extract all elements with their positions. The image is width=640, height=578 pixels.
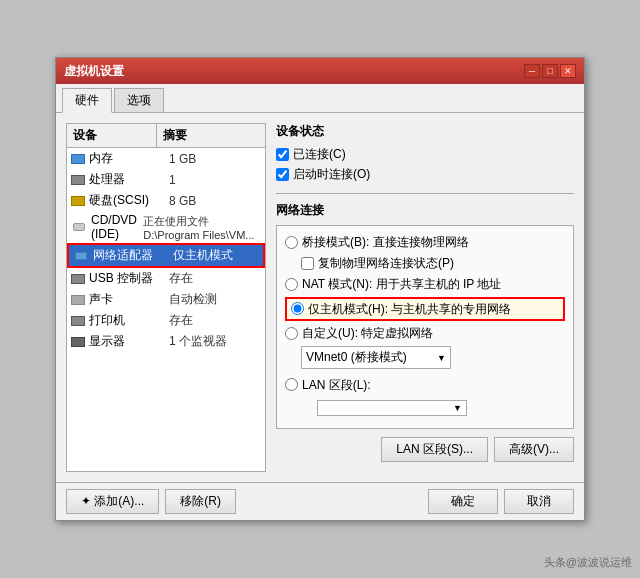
add-icon: ✦ [81, 494, 94, 508]
device-item-sound[interactable]: 声卡 自动检测 [67, 289, 265, 310]
usb-name: USB 控制器 [89, 270, 169, 287]
vmnet-dropdown[interactable]: VMnet0 (桥接模式) ▼ [301, 346, 451, 369]
tab-hardware[interactable]: 硬件 [62, 88, 112, 113]
device-list: 内存 1 GB 处理器 1 硬盘(SCSI) 8 GB C [67, 148, 265, 352]
network-title: 网络连接 [276, 202, 574, 219]
watermark: 头条@波波说运维 [544, 555, 632, 570]
radio-hostonly[interactable] [291, 302, 304, 315]
sound-name: 声卡 [89, 291, 169, 308]
lan-dropdown-arrow-icon: ▼ [453, 403, 462, 413]
radio-row-copy: 复制物理网络连接状态(P) [285, 255, 565, 272]
title-bar: 虚拟机设置 ─ □ ✕ [56, 58, 584, 84]
print-name: 打印机 [89, 312, 169, 329]
network-section: 网络连接 桥接模式(B): 直接连接物理网络 复制物理网络连接状态(P) [276, 202, 574, 462]
checkbox-boot-row: 启动时连接(O) [276, 166, 574, 183]
radio-custom[interactable] [285, 327, 298, 340]
connect-on-boot-label: 启动时连接(O) [293, 166, 370, 183]
cd-icon [71, 221, 87, 233]
lan-dropdown-row: ▼ [301, 400, 565, 416]
right-panel: 设备状态 已连接(C) 启动时连接(O) 网络连接 桥接 [276, 123, 574, 472]
cd-name: CD/DVD (IDE) [91, 213, 143, 241]
title-buttons: ─ □ ✕ [524, 64, 576, 78]
vmnet-dropdown-value: VMnet0 (桥接模式) [306, 349, 407, 366]
device-status-section: 设备状态 已连接(C) 启动时连接(O) [276, 123, 574, 183]
disp-desc: 1 个监视器 [169, 333, 227, 350]
dropdown-row: VMnet0 (桥接模式) ▼ [301, 346, 565, 369]
memory-icon [71, 154, 85, 164]
lan-dropdown[interactable]: ▼ [317, 400, 467, 416]
usb-desc: 存在 [169, 270, 193, 287]
main-content: 设备 摘要 内存 1 GB 处理器 1 硬盘(SCSI) 8 GB [56, 113, 584, 482]
device-item-memory[interactable]: 内存 1 GB [67, 148, 265, 169]
radio-row-hostonly: 仅主机模式(H): 与主机共享的专用网络 [285, 297, 565, 322]
copy-state-label: 复制物理网络连接状态(P) [318, 255, 454, 272]
radio-nat-label: NAT 模式(N): 用于共享主机的 IP 地址 [302, 276, 501, 293]
device-panel-header: 设备 摘要 [67, 124, 265, 148]
main-window: 虚拟机设置 ─ □ ✕ 硬件 选项 设备 摘要 内存 1 GB [55, 57, 585, 521]
device-item-cpu[interactable]: 处理器 1 [67, 169, 265, 190]
radio-custom-label: 自定义(U): 特定虚拟网络 [302, 325, 433, 342]
sound-icon [71, 295, 85, 305]
net-desc: 仅主机模式 [173, 247, 233, 264]
print-icon [71, 316, 85, 326]
minimize-button[interactable]: ─ [524, 64, 540, 78]
hdd-icon [71, 196, 85, 206]
maximize-button[interactable]: □ [542, 64, 558, 78]
device-item-printer[interactable]: 打印机 存在 [67, 310, 265, 331]
checkbox-connected-row: 已连接(C) [276, 146, 574, 163]
memory-desc: 1 GB [169, 152, 196, 166]
col-summary: 摘要 [157, 124, 193, 147]
radio-group: 桥接模式(B): 直接连接物理网络 复制物理网络连接状态(P) NAT 模式(N… [276, 225, 574, 429]
tab-options[interactable]: 选项 [114, 88, 164, 112]
device-item-usb[interactable]: USB 控制器 存在 [67, 268, 265, 289]
device-item-display[interactable]: 显示器 1 个监视器 [67, 331, 265, 352]
lan-label: LAN 区段(L): [302, 377, 371, 394]
cpu-icon [71, 175, 85, 185]
col-device: 设备 [67, 124, 157, 147]
window-title: 虚拟机设置 [64, 63, 124, 80]
hdd-desc: 8 GB [169, 194, 196, 208]
lan-advanced-btn-row: LAN 区段(S)... 高级(V)... [276, 437, 574, 462]
ok-cancel-row: 确定 取消 [428, 489, 574, 514]
net-icon [73, 250, 89, 262]
lan-segments-button[interactable]: LAN 区段(S)... [381, 437, 488, 462]
ok-button[interactable]: 确定 [428, 489, 498, 514]
connected-checkbox[interactable] [276, 148, 289, 161]
remove-button[interactable]: 移除(R) [165, 489, 236, 514]
add-button[interactable]: ✦ 添加(A)... [66, 489, 159, 514]
advanced-button[interactable]: 高级(V)... [494, 437, 574, 462]
sound-desc: 自动检测 [169, 291, 217, 308]
disp-icon [71, 337, 85, 347]
radio-row-nat: NAT 模式(N): 用于共享主机的 IP 地址 [285, 276, 565, 293]
radio-hostonly-label: 仅主机模式(H): 与主机共享的专用网络 [308, 301, 511, 318]
radio-bridged-label: 桥接模式(B): 直接连接物理网络 [302, 234, 469, 251]
connect-on-boot-checkbox[interactable] [276, 168, 289, 181]
print-desc: 存在 [169, 312, 193, 329]
cpu-name: 处理器 [89, 171, 169, 188]
divider [276, 193, 574, 194]
connected-label: 已连接(C) [293, 146, 346, 163]
cpu-desc: 1 [169, 173, 176, 187]
device-panel: 设备 摘要 内存 1 GB 处理器 1 硬盘(SCSI) 8 GB [66, 123, 266, 472]
cd-desc: 正在使用文件 D:\Program Files\VM... [143, 214, 261, 241]
hdd-name: 硬盘(SCSI) [89, 192, 169, 209]
radio-row-custom: 自定义(U): 特定虚拟网络 [285, 325, 565, 342]
disp-name: 显示器 [89, 333, 169, 350]
checkbox-copy-state[interactable] [301, 257, 314, 270]
close-button[interactable]: ✕ [560, 64, 576, 78]
radio-row-bridged: 桥接模式(B): 直接连接物理网络 [285, 234, 565, 251]
memory-name: 内存 [89, 150, 169, 167]
cancel-button[interactable]: 取消 [504, 489, 574, 514]
net-name: 网络适配器 [93, 247, 173, 264]
device-item-network[interactable]: 网络适配器 仅主机模式 [67, 243, 265, 268]
bottom-bar: ✦ 添加(A)... 移除(R) 确定 取消 [56, 482, 584, 520]
device-item-hdd[interactable]: 硬盘(SCSI) 8 GB [67, 190, 265, 211]
radio-bridged[interactable] [285, 236, 298, 249]
add-remove-row: ✦ 添加(A)... 移除(R) [66, 489, 236, 514]
usb-icon [71, 274, 85, 284]
device-item-cd[interactable]: CD/DVD (IDE) 正在使用文件 D:\Program Files\VM.… [67, 211, 265, 243]
device-status-title: 设备状态 [276, 123, 574, 140]
add-label: 添加(A)... [94, 494, 144, 508]
radio-nat[interactable] [285, 278, 298, 291]
radio-lan[interactable] [285, 378, 298, 391]
